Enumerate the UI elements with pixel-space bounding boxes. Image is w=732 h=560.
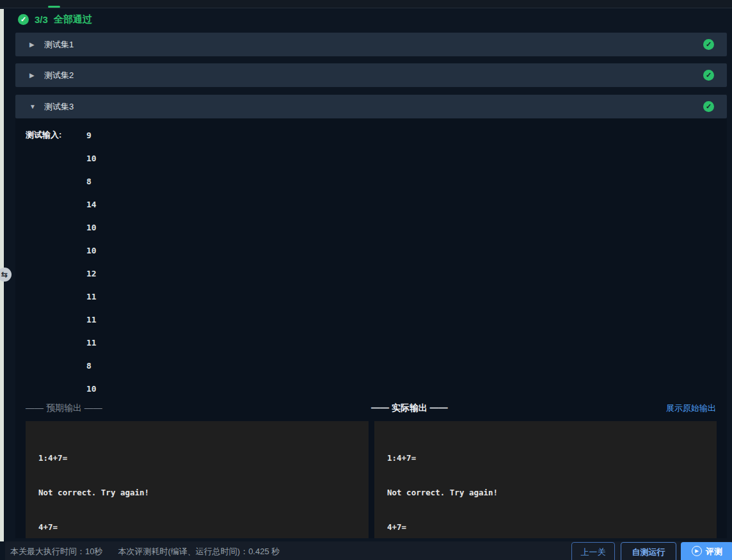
input-value: 14 [86,193,97,216]
test-input-values: 9 10 8 14 10 10 12 11 11 11 8 10 [86,124,97,401]
test-set-title: 测试集3 [44,101,74,113]
input-value: 11 [86,285,97,308]
expected-output-header: —— 预期输出 —— [26,403,102,414]
timing-info: 本关最大执行时间：10秒本次评测耗时(编译、运行总时间)：0.425 秒 [10,546,280,557]
self-test-run-button[interactable]: 自测运行 [621,542,676,560]
pass-status: ✓ 3/3 全部通过 [18,13,92,26]
pass-score: 3/3 [35,14,48,25]
input-value: 10 [86,147,97,170]
previous-stage-button[interactable]: 上一关 [571,542,615,560]
chevron-right-icon: ▶ [29,41,37,48]
actual-output-block[interactable]: 1:4+7= Not correct. Try again! 4+7= Not … [374,421,717,538]
evaluate-button-label: 评测 [706,546,722,557]
output-line: Not correct. Try again! [38,487,369,499]
input-value: 9 [86,124,97,147]
pass-label: 全部通过 [54,13,92,26]
test-set-2-header[interactable]: ▶ 测试集2 ✓ [15,63,727,87]
test-set-title: 测试集2 [44,70,74,81]
check-circle-icon: ✓ [18,14,29,25]
input-value: 8 [86,355,97,378]
input-value: 10 [86,239,97,262]
panel-resize-toggle-icon[interactable]: ⇆ [0,268,12,282]
test-set-title: 测试集1 [44,39,74,51]
output-line: Not correct. Try again! [387,487,717,499]
chevron-down-icon: ▼ [29,103,37,110]
actual-output-header: —— 实际输出 —— [371,403,448,414]
input-value: 11 [86,332,97,355]
eval-time: 本次评测耗时(编译、运行总时间)：0.425 秒 [118,547,280,556]
max-exec-time: 本关最大执行时间：10秒 [10,547,102,556]
test-set-3-header[interactable]: ▼ 测试集3 ✓ [15,95,727,118]
chevron-right-icon: ▶ [29,72,37,79]
input-value: 11 [86,308,97,332]
output-line: 1:4+7= [38,452,369,464]
tab-strip [0,0,732,8]
test-set-3-detail: 测试输入: 9 10 8 14 10 10 12 11 11 11 8 10 —… [15,118,727,538]
test-set-1-header[interactable]: ▶ 测试集1 ✓ [15,33,727,56]
footer-bar: 本关最大执行时间：10秒本次评测耗时(编译、运行总时间)：0.425 秒 上一关… [5,541,732,560]
input-value: 10 [86,216,97,239]
pass-badge-icon: ✓ [703,101,714,112]
output-line: 1:4+7= [387,452,717,464]
output-line: 4+7= [38,522,369,533]
show-raw-output-link[interactable]: 展示原始输出 [666,403,716,414]
active-tab-indicator [48,6,60,8]
pass-badge-icon: ✓ [703,39,714,50]
input-value: 8 [86,170,97,193]
pass-badge-icon: ✓ [703,70,714,81]
evaluate-button[interactable]: ▶ 评测 [681,542,732,560]
expected-output-block[interactable]: 1:4+7= Not correct. Try again! 4+7= Not … [26,421,369,538]
test-input-label: 测试输入: [26,129,61,141]
play-circle-icon: ▶ [692,546,702,556]
test-result-screen: ⇆ ✓ 3/3 全部通过 ▶ 测试集1 ✓ ▶ 测试集2 ✓ ▼ 测试集3 ✓ … [0,0,732,560]
input-value: 12 [86,262,97,285]
input-value: 10 [86,378,97,401]
output-line: 4+7= [387,522,717,533]
